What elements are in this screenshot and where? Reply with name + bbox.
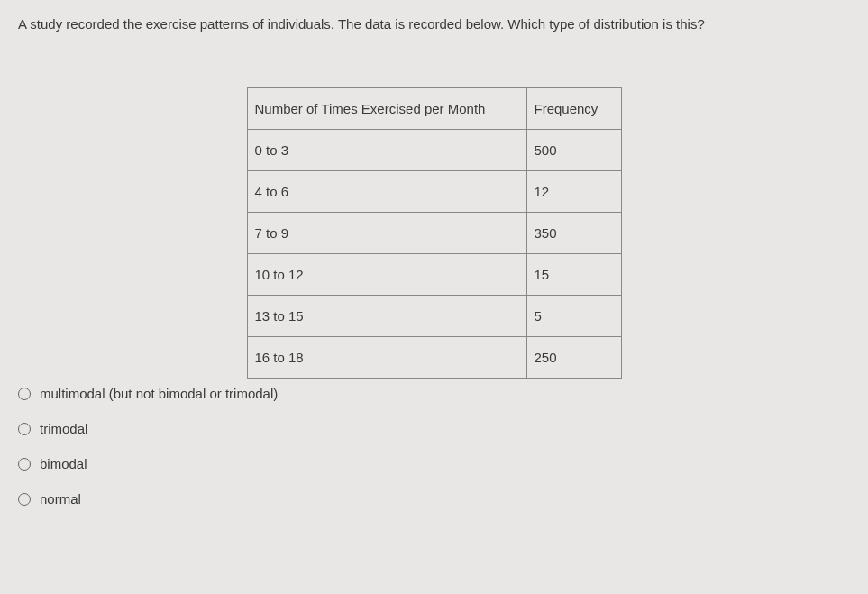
cell-frequency: 500 [526, 130, 621, 171]
option-multimodal[interactable]: multimodal (but not bimodal or trimodal) [18, 386, 850, 401]
cell-category: 7 to 9 [247, 213, 526, 254]
table-row: 10 to 12 15 [247, 254, 621, 296]
table-row: 0 to 3 500 [247, 130, 621, 171]
option-normal[interactable]: normal [18, 491, 850, 507]
cell-frequency: 12 [526, 171, 621, 213]
cell-category: 10 to 12 [247, 254, 526, 296]
table-row: 13 to 15 5 [247, 296, 621, 337]
option-label: multimodal (but not bimodal or trimodal) [40, 386, 278, 401]
option-trimodal[interactable]: trimodal [18, 421, 850, 436]
radio-icon [18, 458, 31, 471]
cell-category: 13 to 15 [247, 296, 526, 337]
table-row: 4 to 6 12 [247, 171, 621, 213]
cell-category: 16 to 18 [247, 337, 526, 379]
header-category: Number of Times Exercised per Month [247, 88, 526, 130]
radio-icon [18, 493, 31, 506]
cell-category: 0 to 3 [247, 130, 526, 171]
option-bimodal[interactable]: bimodal [18, 456, 850, 471]
option-label: trimodal [40, 421, 87, 436]
question-text: A study recorded the exercise patterns o… [18, 14, 850, 33]
frequency-table: Number of Times Exercised per Month Freq… [247, 87, 622, 379]
option-label: normal [40, 491, 81, 507]
cell-frequency: 350 [526, 213, 621, 254]
cell-frequency: 250 [526, 337, 621, 379]
table-header-row: Number of Times Exercised per Month Freq… [247, 88, 621, 130]
table-row: 7 to 9 350 [247, 213, 621, 254]
answer-options: multimodal (but not bimodal or trimodal)… [18, 386, 850, 507]
cell-category: 4 to 6 [247, 171, 526, 213]
data-table-wrapper: Number of Times Exercised per Month Freq… [18, 87, 850, 379]
header-frequency: Frequency [526, 88, 621, 130]
table-row: 16 to 18 250 [247, 337, 621, 379]
option-label: bimodal [40, 456, 87, 471]
radio-icon [18, 423, 31, 435]
radio-icon [18, 388, 31, 400]
cell-frequency: 15 [526, 254, 621, 296]
cell-frequency: 5 [526, 296, 621, 337]
